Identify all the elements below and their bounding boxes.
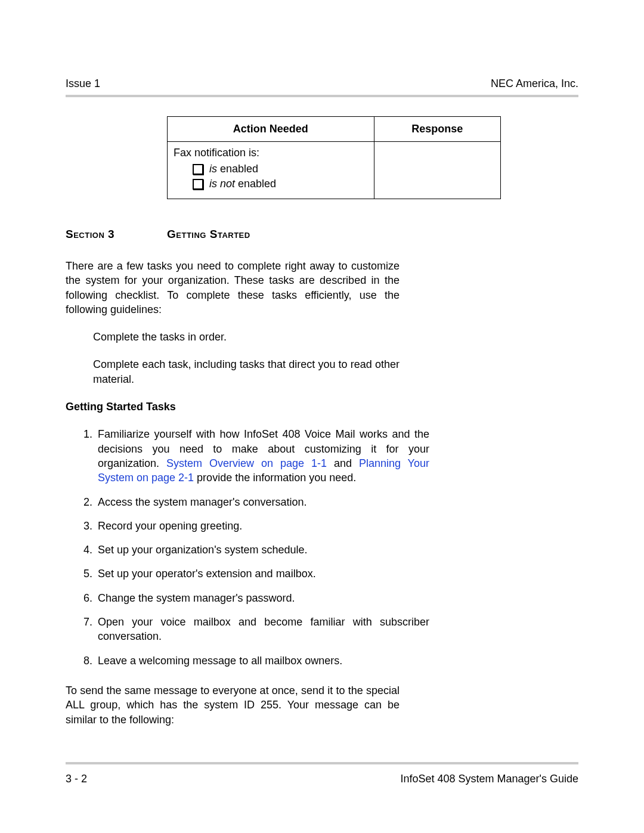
section-title: Getting Started (167, 228, 250, 241)
checkbox-icon (193, 164, 203, 175)
option-rest: enabled (235, 178, 276, 190)
header-left: Issue 1 (66, 78, 100, 90)
fax-table: Action Needed Response Fax notification … (167, 116, 501, 199)
fax-row-label: Fax notification is: (174, 147, 259, 159)
intro-paragraph: There are a few tasks you need to comple… (66, 259, 400, 317)
section-label: Section 3 (66, 228, 167, 241)
option-label: is not enabled (209, 178, 276, 190)
checkbox-icon (193, 179, 203, 190)
header-rule (66, 95, 578, 97)
running-footer: 3 - 2 InfoSet 408 System Manager's Guide (66, 762, 578, 785)
footer-doc-title: InfoSet 408 System Manager's Guide (400, 773, 578, 785)
header-right: NEC America, Inc. (491, 78, 578, 90)
fax-table-wrap: Action Needed Response Fax notification … (167, 116, 501, 199)
footer-rule (66, 762, 578, 764)
task-item: Leave a welcoming message to all mailbox… (95, 654, 429, 668)
task-item: Set up your organization's system schedu… (95, 543, 429, 557)
option-not-enabled: is not enabled (193, 178, 368, 190)
link-system-overview[interactable]: System Overview on page 1-1 (166, 457, 327, 469)
option-rest: enabled (217, 163, 258, 175)
section-title-w1: Getting (167, 228, 206, 240)
tasks-list: Familiarize yourself with how InfoSet 40… (66, 427, 429, 668)
task-item: Familiarize yourself with how InfoSet 40… (95, 427, 429, 485)
cell-response (374, 142, 500, 199)
option-label: is enabled (209, 163, 258, 175)
task-item: Change the system manager's password. (95, 591, 429, 605)
task-item: Record your opening greeting. (95, 519, 429, 533)
running-header: Issue 1 NEC America, Inc. (66, 78, 578, 90)
col-action-needed: Action Needed (168, 117, 374, 142)
tasks-heading: Getting Started Tasks (66, 400, 400, 414)
task-item: Set up your operator's extension and mai… (95, 566, 429, 581)
option-enabled: is enabled (193, 163, 368, 175)
page: Issue 1 NEC America, Inc. Action Needed … (0, 0, 644, 833)
closing-paragraph: To send the same message to everyone at … (66, 683, 400, 727)
section-heading-row: Section 3 Getting Started (66, 228, 578, 241)
section-label-word: Section (66, 228, 104, 240)
guideline-1: Complete the tasks in order. (93, 330, 400, 344)
task-item: Access the system manager's conversation… (95, 495, 429, 509)
table-row: Fax notification is: is enabled (168, 142, 501, 199)
section-label-num: 3 (104, 228, 114, 240)
section-title-w2: Started (206, 228, 250, 240)
guideline-2: Complete each task, including tasks that… (93, 357, 400, 386)
task-text: and (327, 457, 359, 469)
task-text: provide the information you need. (194, 472, 356, 484)
option-list: is enabled is not enabled (174, 163, 368, 190)
option-prefix: is not (209, 178, 235, 190)
col-response: Response (374, 117, 500, 142)
task-item: Open your voice mailbox and become famil… (95, 615, 429, 644)
cell-action: Fax notification is: is enabled (168, 142, 374, 199)
footer-page-number: 3 - 2 (66, 773, 87, 785)
option-prefix: is (209, 163, 217, 175)
